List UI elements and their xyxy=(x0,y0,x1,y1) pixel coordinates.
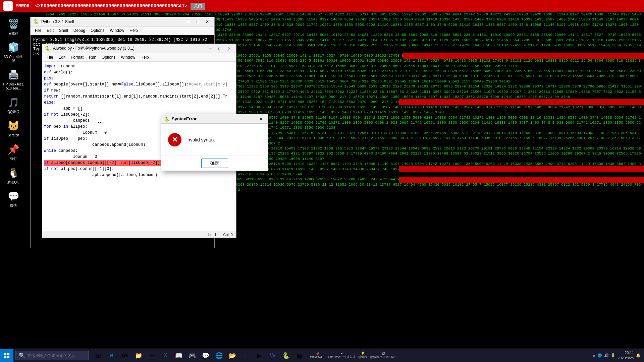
svg-rect-0 xyxy=(4,353,6,355)
syntax-error-title: SyntaxError xyxy=(172,116,257,121)
editor-title-bar[interactable]: 🐍 AIworld.py - F:\程序\Python\AIworld.py (… xyxy=(42,44,236,53)
start-button[interactable] xyxy=(0,349,13,362)
syntax-error-footer: 确定 xyxy=(161,156,268,171)
dingtalk-taskbar-icon: 📌 xyxy=(316,352,319,356)
taskbar-excel[interactable]: X xyxy=(159,350,171,362)
tray-expand-icon[interactable]: ∧ xyxy=(593,353,595,358)
editor-menu-window[interactable]: Window xyxy=(118,54,138,61)
taskbar-clock[interactable]: 20:11 2020/8/25 xyxy=(618,350,634,361)
red-bar-1 xyxy=(402,53,644,59)
search-icon: 🔍 xyxy=(19,352,25,359)
taskbar-edge[interactable]: e xyxy=(106,350,118,362)
editor-menu-options[interactable]: Options xyxy=(99,54,118,61)
desktop-icon-dingtalk-label: 钉钉 xyxy=(10,157,17,161)
code-line-2: def world(): xyxy=(44,69,234,75)
python-shell-title: Python 3.8.1 Shell xyxy=(41,19,184,24)
python-shell-menu-help[interactable]: Help xyxy=(127,27,141,34)
error-banner: ! ERROR: <X00000000000000000000000000000… xyxy=(0,0,644,12)
python-shell-close[interactable]: ✕ xyxy=(203,18,212,25)
python-shell-title-bar[interactable]: 🐍 Python 3.8.1 Shell ─ □ ✕ xyxy=(31,17,214,26)
desktop-icon-dingtalk[interactable]: 📌 钉钉 xyxy=(2,141,25,163)
desktop-icon-wechat-label: 微信 xyxy=(10,204,17,208)
taskbar-grid[interactable]: ▦ xyxy=(293,350,306,362)
syntax-error-message: invalid syntax xyxy=(186,137,215,142)
taskbar-settings[interactable]: ⚙ xyxy=(146,350,158,362)
taskbar-explorer[interactable]: 📁 xyxy=(132,350,145,362)
huprogramming-icon: 💡 xyxy=(361,352,365,355)
python-shell-menu-file[interactable]: File xyxy=(32,27,44,34)
editor-title: AIworld.py - F:\程序\Python\AIworld.py (3.… xyxy=(53,46,206,51)
syntax-error-close-button[interactable]: ✕ xyxy=(257,116,265,122)
desktop-icon-printer[interactable]: 🖨️ HP DeskJet 1510 seri... xyxy=(2,66,25,92)
dingtalk-taskbar-label: DINGTAL... xyxy=(310,356,325,359)
taskbar-folder[interactable]: 📂 xyxy=(226,350,238,362)
python-shell-menu-edit[interactable]: Edit xyxy=(44,27,56,34)
taskbar-reader[interactable]: 📖 xyxy=(173,350,185,362)
taskbar-l-app[interactable]: L xyxy=(240,350,252,362)
taskbar-wechat-tray[interactable]: 💬 xyxy=(200,350,212,362)
desktop-icon-scratch[interactable]: 🐱 Scratch xyxy=(2,117,25,139)
syntax-error-title-bar[interactable]: 🐍 SyntaxError ✕ xyxy=(161,114,268,124)
taskbar-search-input[interactable] xyxy=(27,353,85,358)
taskbar-play[interactable]: ▶ xyxy=(253,350,265,362)
tray-volume-icon[interactable]: 🔊 xyxy=(604,353,609,358)
desktop-icon-wechat[interactable]: 💬 微信 xyxy=(2,188,25,209)
python-shell-menu-debug[interactable]: Debug xyxy=(71,27,88,34)
taskbar-wechat-photo[interactable]: 🖼 微信图片 2020062... xyxy=(370,352,397,359)
taskbar-browser[interactable]: 🌐 xyxy=(213,350,225,362)
error-banner-text: ERROR: <X0000000000000000000000000000000… xyxy=(15,3,187,9)
editor-minimize[interactable]: ─ xyxy=(206,45,215,52)
editor-menu-edit[interactable]: Edit xyxy=(56,54,68,61)
python-shell-maximize[interactable]: □ xyxy=(194,18,202,25)
red-bar-4 xyxy=(399,177,644,183)
python-shell-menu-options[interactable]: Options xyxy=(88,27,107,34)
editor-close[interactable]: ✕ xyxy=(225,45,233,52)
taskbar-search-box[interactable]: 🔍 xyxy=(15,351,89,360)
editor-menu-format[interactable]: Format xyxy=(68,54,86,61)
editor-menu-run[interactable]: Run xyxy=(86,54,99,61)
editor-menu: File Edit Format Run Options Window Help xyxy=(42,53,236,62)
windows-logo-icon xyxy=(4,353,10,359)
taskbar-python[interactable]: 🐍 xyxy=(280,350,292,362)
tray-battery-icon[interactable]: 🔋 xyxy=(611,353,615,358)
qq-icon: 🐧 xyxy=(7,166,20,179)
code-line-3: pass xyxy=(44,75,234,81)
taskbar-word[interactable]: W xyxy=(267,350,279,362)
huprogramming-label: 慧编程 xyxy=(358,355,367,359)
taskbar-task-view[interactable]: ⊞ xyxy=(92,350,104,362)
taskbar-games[interactable]: 🎮 xyxy=(186,350,198,362)
syntax-error-dialog: 🐍 SyntaxError ✕ ✕ invalid syntax 确定 xyxy=(161,114,268,171)
taskbar-store[interactable]: 🛍 xyxy=(119,350,131,362)
python-shell-menu-shell[interactable]: Shell xyxy=(56,27,71,34)
desktop-icon-qqmusic[interactable]: 🎵 QQ音乐 xyxy=(2,94,25,116)
desktop-icon-3done[interactable]: 🧊 3D One 学生版 xyxy=(2,39,25,65)
svg-rect-3 xyxy=(7,356,9,358)
taskbar-huprogramming[interactable]: 💡 慧编程 xyxy=(358,352,367,359)
tray-notification-icon[interactable]: 🔔 xyxy=(636,353,641,358)
tray-network-icon[interactable]: 🌐 xyxy=(597,353,602,358)
error-banner-close-button[interactable]: 关闭 xyxy=(191,3,205,10)
desktop-icon-recycle[interactable]: 🗑️ 回收站 xyxy=(2,15,25,37)
dingtalk-icon: 📌 xyxy=(7,142,20,156)
desktop-icon-qq[interactable]: 🐧 腾讯QQ xyxy=(2,164,25,186)
scratch-icon: 🐱 xyxy=(7,119,20,132)
onedrive-taskbar-icon: ☁ xyxy=(340,352,343,355)
taskbar-onedrive[interactable]: ☁ OneDrive - 快捷方式 xyxy=(328,352,356,359)
editor-menu-file[interactable]: File xyxy=(44,54,56,61)
code-line-19: apb.append([allpeo,loonum]) xyxy=(44,172,234,178)
python-shell-controls: ─ □ ✕ xyxy=(184,18,212,25)
desktop-icon-qq-label: 腾讯QQ xyxy=(7,180,19,184)
syntax-error-x-icon: ✕ xyxy=(168,133,181,146)
syntax-error-ok-button[interactable]: 确定 xyxy=(201,159,228,168)
desktop-icon-recycle-label: 回收站 xyxy=(8,32,18,36)
taskbar-date-value: 2020/8/25 xyxy=(618,356,634,361)
taskbar-dingtalk[interactable]: 📌 DINGTAL... xyxy=(310,352,325,359)
recycle-icon: 🗑️ xyxy=(7,17,20,31)
editor-menu-help[interactable]: Help xyxy=(138,54,152,61)
editor-maximize[interactable]: □ xyxy=(215,45,224,52)
python-shell-menu-window[interactable]: Window xyxy=(107,27,127,34)
wechat-photo-label: 微信图片 2020062... xyxy=(370,355,397,359)
python-shell-minimize[interactable]: ─ xyxy=(184,18,193,25)
desktop-icon-scratch-label: Scratch xyxy=(8,133,19,137)
code-line-1: import random xyxy=(44,63,234,69)
